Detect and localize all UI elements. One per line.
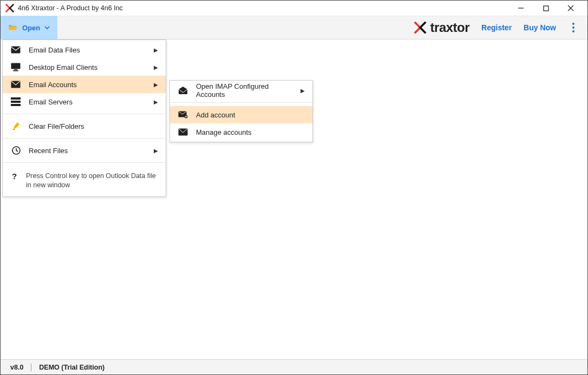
close-button[interactable]	[558, 1, 583, 16]
open-menu: Email Data Files ▶ Desktop Email Clients…	[2, 40, 166, 197]
status-separator	[31, 364, 31, 371]
chevron-right-icon: ▶	[300, 88, 305, 94]
menu-item-label: Desktop Email Clients	[29, 63, 146, 71]
folder-open-icon	[8, 23, 18, 32]
mail-open-icon	[178, 86, 188, 95]
menu-item-label: Email Servers	[29, 98, 146, 106]
email-accounts-submenu: Open IMAP Configured Accounts ▶ Add acco…	[169, 80, 313, 142]
maximize-button[interactable]	[533, 1, 558, 16]
register-button[interactable]: Register	[481, 23, 512, 32]
svg-rect-6	[14, 69, 17, 70]
menu-item-clear-files[interactable]: Clear File/Folders	[3, 117, 166, 135]
brand-logo: traxtor	[413, 20, 470, 35]
server-icon	[10, 97, 21, 106]
status-bar: v8.0 DEMO (Trial Edition)	[1, 359, 587, 374]
menu-item-label: Clear File/Folders	[29, 122, 158, 130]
menu-item-label: Email Data Files	[29, 46, 146, 54]
menu-item-desktop-clients[interactable]: Desktop Email Clients ▶	[3, 58, 166, 76]
app-logo-icon	[5, 3, 15, 13]
chevron-right-icon: ▶	[154, 64, 158, 70]
desktop-icon	[10, 63, 21, 71]
open-button[interactable]: Open	[1, 16, 57, 40]
mail-icon	[10, 46, 21, 54]
menu-item-label: Recent Files	[29, 147, 146, 155]
svg-rect-5	[11, 63, 21, 69]
menu-divider	[3, 114, 166, 114]
chevron-right-icon: ▶	[154, 82, 158, 88]
buy-now-button[interactable]: Buy Now	[524, 23, 556, 32]
menu-divider	[170, 102, 312, 103]
submenu-item-label: Manage accounts	[196, 128, 305, 136]
window-title: 4n6 Xtraxtor - A Product by 4n6 Inc	[18, 4, 508, 12]
menu-tip: ? Press Control key to open Outlook Data…	[3, 166, 166, 195]
submenu-item-manage-accounts[interactable]: Manage accounts	[170, 123, 312, 141]
svg-rect-11	[11, 104, 21, 106]
submenu-item-label: Open IMAP Configured Accounts	[196, 82, 293, 98]
menu-tip-text: Press Control key to open Outlook Data f…	[26, 172, 158, 190]
submenu-item-open-imap[interactable]: Open IMAP Configured Accounts ▶	[170, 82, 312, 99]
brand-x-icon	[413, 21, 427, 35]
envelope-icon	[10, 81, 21, 88]
menu-item-email-data-files[interactable]: Email Data Files ▶	[3, 41, 166, 58]
chevron-right-icon: ▶	[154, 47, 158, 53]
menu-item-email-accounts[interactable]: Email Accounts ▶	[3, 76, 166, 93]
menu-item-email-servers[interactable]: Email Servers ▶	[3, 93, 166, 110]
chevron-down-icon	[44, 25, 50, 30]
help-icon: ?	[10, 172, 18, 181]
mail-add-icon	[178, 111, 188, 119]
window-controls	[508, 1, 583, 16]
mail-icon	[178, 128, 188, 136]
menu-divider	[3, 162, 166, 163]
more-options-button[interactable]	[568, 23, 579, 32]
svg-rect-10	[11, 101, 21, 103]
open-label: Open	[22, 24, 40, 32]
chevron-right-icon: ▶	[154, 99, 158, 105]
edition-label: DEMO (Trial Edition)	[39, 364, 104, 371]
menu-divider	[3, 138, 166, 139]
brand-text: traxtor	[430, 20, 470, 35]
submenu-item-add-account[interactable]: Add account	[170, 106, 312, 123]
svg-rect-9	[11, 97, 21, 100]
svg-rect-1	[544, 6, 548, 11]
chevron-right-icon: ▶	[154, 148, 158, 154]
minimize-button[interactable]	[508, 1, 533, 16]
history-icon	[10, 146, 21, 155]
version-label: v8.0	[10, 364, 23, 371]
titlebar: 4n6 Xtraxtor - A Product by 4n6 Inc	[1, 1, 587, 16]
menu-item-label: Email Accounts	[29, 81, 146, 89]
toolbar: Open traxtor Register Buy Now	[1, 16, 587, 40]
svg-rect-4	[11, 47, 21, 54]
svg-rect-7	[13, 70, 18, 71]
broom-icon	[10, 121, 21, 131]
toolbar-right: traxtor Register Buy Now	[413, 20, 587, 35]
submenu-item-label: Add account	[196, 111, 305, 119]
menu-item-recent-files[interactable]: Recent Files ▶	[3, 142, 166, 159]
